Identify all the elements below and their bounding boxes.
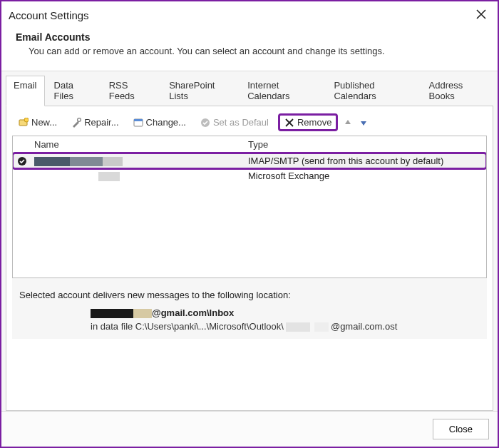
account-row[interactable]: Microsoft Exchange <box>13 168 486 183</box>
redacted-text <box>91 309 133 318</box>
redacted-text <box>98 172 120 181</box>
account-type: IMAP/SMTP (send from this account by def… <box>244 153 486 168</box>
redacted-text <box>103 157 123 166</box>
tab-published-calendars[interactable]: Published Calendars <box>326 76 419 106</box>
tab-rss-feeds[interactable]: RSS Feeds <box>101 76 160 106</box>
header-subtext: You can add or remove an account. You ca… <box>29 46 483 56</box>
check-circle-icon <box>17 156 27 166</box>
tab-internet-calendars[interactable]: Internet Calendars <box>240 76 324 106</box>
svg-point-1 <box>24 118 29 122</box>
redacted-text <box>34 157 70 166</box>
move-down-button[interactable] <box>358 117 369 128</box>
redacted-text <box>70 157 103 166</box>
toolbar: New... Repair... Change... <box>12 111 487 136</box>
delivery-datafile: in data file C:\Users\panki\...\Microsof… <box>91 321 480 332</box>
repair-icon <box>71 118 81 128</box>
close-icon <box>476 9 486 19</box>
tab-body-email: New... Repair... Change... <box>6 106 493 411</box>
tab-email[interactable]: Email <box>6 76 45 106</box>
tab-strip: Email Data Files RSS Feeds SharePoint Li… <box>6 76 493 106</box>
header-section: Email Accounts You can add or remove an … <box>1 26 498 71</box>
header-heading: Email Accounts <box>16 31 483 43</box>
change-icon <box>133 118 143 128</box>
svg-point-2 <box>78 118 81 121</box>
default-account-indicator <box>13 154 30 168</box>
redacted-text <box>314 322 329 332</box>
column-name[interactable]: Name <box>30 136 244 153</box>
repair-account-button[interactable]: Repair... <box>66 114 123 131</box>
new-icon <box>19 118 29 128</box>
window-title: Account Settings <box>9 9 89 21</box>
account-settings-dialog: Account Settings Email Accounts You can … <box>0 0 499 448</box>
delivery-info: Selected account delivers new messages t… <box>12 278 487 339</box>
column-default[interactable] <box>13 136 30 153</box>
set-default-button[interactable]: Set as Defaul <box>195 114 274 131</box>
account-list-header: Name Type <box>13 136 486 153</box>
column-type[interactable]: Type <box>244 136 486 153</box>
check-circle-icon <box>200 118 210 128</box>
change-account-button[interactable]: Change... <box>128 114 191 131</box>
svg-rect-4 <box>134 119 143 121</box>
move-up-button[interactable] <box>342 117 354 128</box>
tab-address-books[interactable]: Address Books <box>421 76 493 106</box>
arrow-up-icon <box>344 119 351 126</box>
window-close-button[interactable] <box>472 7 490 23</box>
account-row[interactable]: IMAP/SMTP (send from this account by def… <box>13 153 486 168</box>
account-list-rows: IMAP/SMTP (send from this account by def… <box>13 153 486 183</box>
redacted-text <box>286 322 310 332</box>
account-type: Microsoft Exchange <box>244 168 486 183</box>
new-account-button[interactable]: New... <box>14 114 62 131</box>
tab-data-files[interactable]: Data Files <box>46 76 100 106</box>
tab-area: Email Data Files RSS Feeds SharePoint Li… <box>1 71 498 411</box>
tab-sharepoint-lists[interactable]: SharePoint Lists <box>161 76 238 106</box>
account-name <box>30 168 244 183</box>
redacted-text <box>133 309 152 318</box>
remove-account-button[interactable]: Remove <box>278 113 338 131</box>
delivery-info-heading: Selected account delivers new messages t… <box>19 290 480 300</box>
dialog-footer: Close <box>1 411 498 447</box>
close-button[interactable]: Close <box>433 419 489 439</box>
arrow-down-icon <box>360 119 367 126</box>
remove-icon <box>284 118 294 128</box>
titlebar: Account Settings <box>1 1 498 26</box>
account-list: Name Type IMAP/SMTP (send from this acco… <box>12 136 487 278</box>
account-name <box>30 153 244 168</box>
delivery-location: @gmail.com\Inbox <box>91 307 480 318</box>
